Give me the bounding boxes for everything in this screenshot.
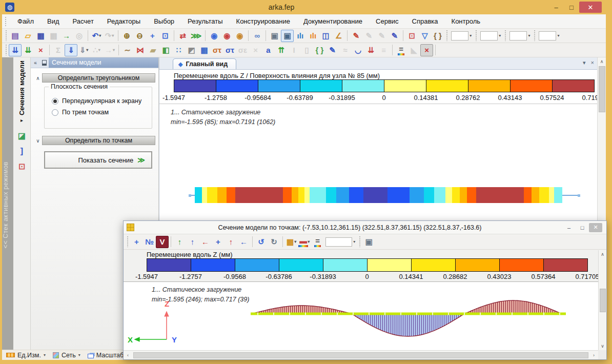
dropdown-icon[interactable]: ▾	[308, 240, 310, 244]
show-all-icon[interactable]: ◉	[208, 30, 220, 42]
isofields-scale-icon[interactable]: =	[395, 44, 407, 56]
combo-box[interactable]	[451, 31, 468, 41]
undo-icon[interactable]: ↶▾	[90, 30, 103, 42]
filter-icon[interactable]: ▽	[418, 30, 431, 42]
menu-item-2[interactable]: Вид	[40, 15, 66, 27]
dropdown-icon[interactable]: ▾	[98, 48, 100, 52]
histogram-icon[interactable]: ılı	[294, 30, 307, 42]
rotate-cw-icon[interactable]: ↻	[268, 236, 280, 248]
beam-reactions-icon[interactable]: ⇊	[364, 44, 377, 56]
dropdown-icon[interactable]: ▾	[294, 240, 296, 244]
cube-dashed-icon[interactable]: ◩	[185, 44, 198, 56]
section-define-triangle[interactable]: Определить треугольником	[42, 73, 155, 83]
toolbar-combo-2[interactable]: ▾	[480, 31, 501, 41]
tab-list-dropdown-icon[interactable]: ▾	[583, 59, 586, 66]
pen-red-icon[interactable]: ✎	[350, 30, 362, 42]
section-minimize-button[interactable]: –	[562, 223, 576, 232]
dropdown-icon[interactable]: ▾	[78, 353, 80, 357]
camera-icon[interactable]: ▣	[362, 236, 375, 248]
dropdown-icon[interactable]: ▾	[113, 48, 115, 52]
hide-selected-icon[interactable]: ◉	[220, 30, 233, 42]
import-icon[interactable]: →	[60, 30, 73, 42]
scale-settings-icon[interactable]: =	[311, 236, 324, 248]
menu-item-3[interactable]: Расчет	[66, 15, 100, 27]
combo-dropdown-icon[interactable]: ▾	[499, 33, 501, 38]
menu-item-6[interactable]: Результаты	[181, 15, 229, 27]
pan-icon[interactable]: +	[146, 30, 159, 42]
zoom-window-icon[interactable]: ⊡	[159, 30, 172, 42]
view-y-bottom-icon[interactable]: ←	[237, 236, 250, 248]
menu-item-10[interactable]: Справка	[405, 15, 445, 27]
toolbar-combo-3[interactable]: ▾	[509, 31, 530, 41]
combo-dropdown-icon[interactable]: ▾	[528, 33, 530, 38]
panel-collapse-icon[interactable]: «	[31, 60, 40, 66]
fragment-tool-icon[interactable]: ⊡	[18, 163, 25, 171]
combo-dropdown-icon[interactable]: ▾	[557, 33, 559, 38]
sum-loads-icon[interactable]: Σ	[52, 44, 65, 56]
status-scale[interactable]: Масштаб▾	[88, 352, 129, 359]
stress-fields-2-icon[interactable]: στ	[223, 44, 236, 56]
section1-collapse-icon[interactable]: ∧	[34, 75, 42, 81]
menu-item-8[interactable]: Документирование	[297, 15, 369, 27]
measure-icon[interactable]: ∠	[332, 30, 345, 42]
section-define-points[interactable]: Определить по точкам	[42, 136, 155, 145]
pen-blue-icon[interactable]: ✎	[388, 30, 401, 42]
pen-gray-1-icon[interactable]: ✎	[362, 30, 375, 42]
section-cube-icon[interactable]: ◧	[159, 44, 172, 56]
beam-supports-icon[interactable]: ◡	[352, 44, 364, 56]
tab-close-icon[interactable]: ×	[591, 59, 594, 66]
snapshot-active-icon[interactable]: ▣	[281, 30, 294, 42]
section-by-points-tool-icon[interactable]: ]	[21, 147, 23, 155]
redo-icon[interactable]: ↷▾	[103, 30, 116, 42]
combo-dropdown-icon[interactable]: ▾	[470, 33, 472, 38]
braces-groups-icon[interactable]: { }	[313, 44, 326, 56]
supports-icon[interactable]: ⇈	[275, 44, 288, 56]
stress-fields-1-icon[interactable]: στ	[211, 44, 223, 56]
edit-visibility-icon[interactable]: ◉	[233, 30, 246, 42]
side-tab-sections[interactable]: Сечения модели	[18, 60, 26, 115]
scroll-up-icon[interactable]: ∧	[598, 57, 606, 66]
menu-item-1[interactable]: Файл	[11, 15, 40, 27]
histogram-loads-icon[interactable]: ılı	[307, 30, 319, 42]
toolbar-combo-4[interactable]: ▾	[539, 31, 559, 41]
dropdown-icon[interactable]: ▾	[99, 34, 101, 38]
stairs-icon[interactable]: ≡	[377, 44, 390, 56]
eraser-icon[interactable]: ▰	[147, 44, 159, 56]
results-table-icon[interactable]: ▦	[198, 44, 211, 56]
scroll-left-icon[interactable]: ‹	[124, 351, 132, 359]
show-section-button[interactable]: Показать сечение ≫	[44, 151, 152, 169]
stress-fields-3-icon[interactable]: σε	[236, 44, 249, 56]
concrete-section-icon[interactable]: ▯	[300, 44, 313, 56]
package-icon[interactable]: ◎	[73, 30, 86, 42]
report-book-icon[interactable]: ◫	[319, 30, 332, 42]
view-y-top-icon[interactable]: ↑	[225, 236, 237, 248]
dropdown-icon[interactable]: ▾	[44, 353, 46, 357]
fringe-combo[interactable]: ▾	[325, 237, 355, 247]
section-vertical-scrollbar[interactable]: ∧ ∨	[598, 250, 606, 350]
numbering-icon[interactable]: №	[143, 236, 156, 248]
menu-item-7[interactable]: Конструирование	[230, 15, 297, 27]
v-isofields-icon[interactable]: V	[156, 236, 169, 248]
section-window[interactable]: Сечение модели по точкам: (-7.53,10.12,3…	[123, 220, 607, 360]
scroll-thumb[interactable]	[599, 66, 605, 112]
radio-dot[interactable]	[52, 109, 58, 116]
load-spring-icon[interactable]: ⇊	[22, 44, 34, 56]
menu-item-11[interactable]: Контроль	[445, 15, 487, 27]
arc-tool-icon[interactable]: ∼	[121, 44, 134, 56]
node-tool-1-icon[interactable]: ∴▾	[90, 44, 103, 56]
mode-shapes-icon[interactable]: ⋈	[134, 44, 147, 56]
save-icon[interactable]: ▦	[34, 30, 47, 42]
palette-icon[interactable]: ▦▾	[285, 236, 298, 248]
menu-item-4[interactable]: Редакторы	[100, 15, 147, 27]
menu-item-9[interactable]: Сервис	[369, 15, 405, 27]
dropdown-icon[interactable]: ▾	[86, 48, 88, 52]
scroll-down-icon[interactable]: ∨	[599, 342, 606, 350]
close-button[interactable]: ✕	[579, 2, 602, 13]
section-maximize-button[interactable]: □	[576, 223, 589, 232]
snapshot-icon[interactable]: ▣	[268, 30, 281, 42]
combo-box[interactable]	[480, 31, 498, 41]
pan-view-icon[interactable]: +	[130, 236, 143, 248]
status-mesh[interactable]: Сеть▾	[53, 352, 80, 359]
section2-expand-icon[interactable]: ∨	[34, 138, 42, 144]
cascade-arrows-icon[interactable]: ⋙	[189, 30, 203, 42]
